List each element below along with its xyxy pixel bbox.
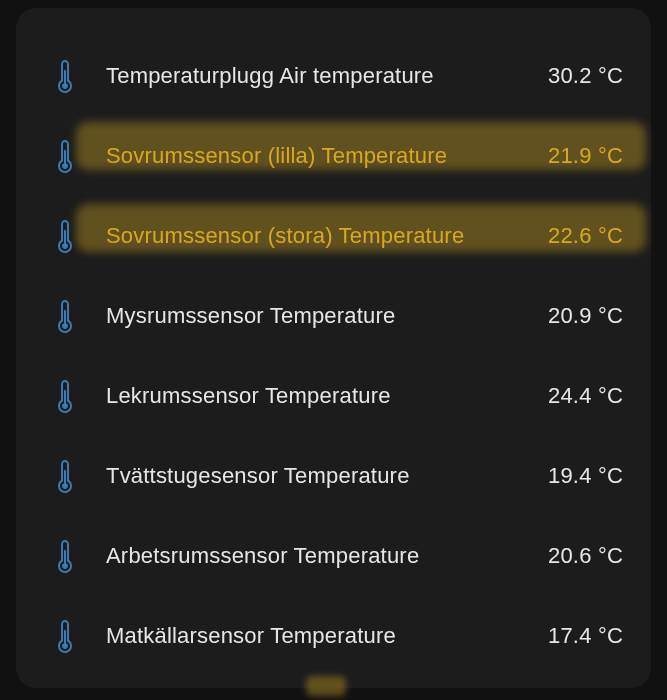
sensor-value: 20.9 °C: [533, 303, 623, 329]
sensor-name: Lekrumssensor Temperature: [86, 383, 533, 409]
sensor-value: 24.4 °C: [533, 383, 623, 409]
sensor-value: 17.4 °C: [533, 623, 623, 649]
sensor-row[interactable]: Temperaturplugg Air temperature 30.2 °C: [44, 36, 623, 116]
sensor-value: 20.6 °C: [533, 543, 623, 569]
sensor-name: Mysrumssensor Temperature: [86, 303, 533, 329]
sensor-row[interactable]: Sovrumssensor (stora) Temperature 22.6 °…: [44, 196, 623, 276]
thermometer-icon: [44, 58, 86, 94]
sensor-value: 22.6 °C: [533, 223, 623, 249]
sensor-value: 30.2 °C: [533, 63, 623, 89]
thermometer-icon: [44, 138, 86, 174]
sensor-row[interactable]: Mysrumssensor Temperature 20.9 °C: [44, 276, 623, 356]
sensor-name: Matkällarsensor Temperature: [86, 623, 533, 649]
thermometer-icon: [44, 458, 86, 494]
sensor-value: 21.9 °C: [533, 143, 623, 169]
sensor-value: 19.4 °C: [533, 463, 623, 489]
sensor-name: Tvättstugesensor Temperature: [86, 463, 533, 489]
sensor-row[interactable]: Tvättstugesensor Temperature 19.4 °C: [44, 436, 623, 516]
sensor-name: Temperaturplugg Air temperature: [86, 63, 533, 89]
sensor-name: Sovrumssensor (stora) Temperature: [86, 223, 533, 249]
sensor-name: Arbetsrumssensor Temperature: [86, 543, 533, 569]
sensor-row[interactable]: Sovrumssensor (lilla) Temperature 21.9 °…: [44, 116, 623, 196]
thermometer-icon: [44, 298, 86, 334]
highlight-mark: [306, 676, 346, 696]
thermometer-icon: [44, 378, 86, 414]
sensor-name: Sovrumssensor (lilla) Temperature: [86, 143, 533, 169]
sensor-row[interactable]: Matkällarsensor Temperature 17.4 °C: [44, 596, 623, 676]
thermometer-icon: [44, 618, 86, 654]
sensor-card: Temperaturplugg Air temperature 30.2 °C …: [16, 8, 651, 688]
sensor-row[interactable]: Lekrumssensor Temperature 24.4 °C: [44, 356, 623, 436]
thermometer-icon: [44, 538, 86, 574]
thermometer-icon: [44, 218, 86, 254]
sensor-row[interactable]: Arbetsrumssensor Temperature 20.6 °C: [44, 516, 623, 596]
